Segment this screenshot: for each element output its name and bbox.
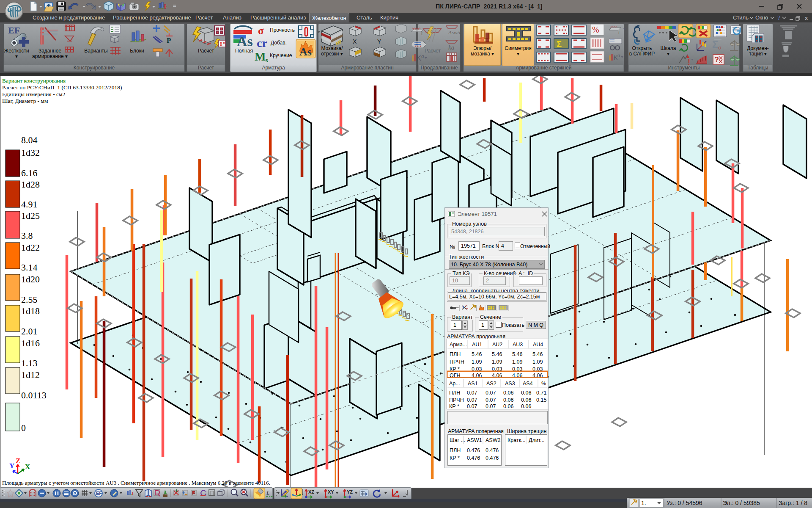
svg-text:0.07: 0.07 (486, 390, 496, 396)
svg-text:8.04: 8.04 (21, 135, 38, 145)
svg-text:YZ: YZ (347, 489, 353, 494)
svg-text:0.07: 0.07 (467, 390, 477, 396)
svg-text:Загр.: 1 / 8: Загр.: 1 / 8 (779, 500, 807, 506)
svg-text:1d12: 1d12 (21, 370, 40, 380)
svg-text:%: % (592, 25, 599, 34)
svg-text:4.91: 4.91 (21, 199, 38, 210)
svg-text:ОГН: ОГН (450, 373, 461, 378)
svg-text:1.13: 1.13 (21, 358, 38, 368)
svg-text:1.: 1. (641, 500, 646, 506)
svg-text:Кратк...: Кратк... (508, 437, 526, 443)
svg-text:3.14: 3.14 (21, 262, 38, 273)
svg-text:0.06: 0.06 (521, 390, 531, 396)
svg-text:1.09: 1.09 (492, 359, 502, 365)
svg-text:2.01: 2.01 (21, 326, 38, 337)
svg-text:ПРЧН: ПРЧН (449, 397, 464, 403)
svg-text:AU4: AU4 (533, 342, 543, 348)
svg-text:Длит...: Длит... (529, 437, 545, 443)
svg-text:ka: ka (448, 44, 454, 51)
svg-text:1d22: 1d22 (21, 242, 40, 253)
svg-text:4.06: 4.06 (532, 373, 543, 378)
svg-text:AS2: AS2 (486, 381, 497, 387)
svg-text:0.06: 0.06 (503, 403, 513, 409)
svg-text:M: M (255, 50, 266, 63)
svg-text:5.46: 5.46 (492, 351, 502, 357)
svg-text:t: t (421, 30, 423, 36)
svg-text:1.09: 1.09 (472, 359, 482, 365)
svg-text:Уз.: 0 / 54596: Уз.: 0 / 54596 (667, 500, 702, 506)
svg-text:σ: σ (258, 25, 264, 36)
svg-text:EF: EF (96, 491, 102, 496)
svg-text:4.06: 4.06 (512, 373, 522, 378)
svg-text:?: ? (714, 55, 719, 64)
svg-text:2.55: 2.55 (21, 294, 38, 305)
svg-text:0.06: 0.06 (521, 397, 531, 403)
svg-text:σ: σ (421, 54, 424, 59)
svg-text:4.06: 4.06 (492, 373, 502, 378)
svg-text:5.46: 5.46 (532, 351, 543, 357)
svg-text:L: L (266, 490, 269, 496)
svg-text:AU3: AU3 (513, 342, 523, 348)
svg-text:КР *: КР * (450, 455, 460, 461)
svg-text:КР *: КР * (449, 403, 459, 409)
svg-text:As: As (299, 46, 312, 58)
svg-text:AU1: AU1 (472, 342, 482, 348)
svg-text:As: As (237, 33, 253, 49)
svg-text:1d25: 1d25 (21, 210, 40, 221)
svg-text:1d28: 1d28 (21, 179, 40, 190)
svg-text:K: K (417, 55, 421, 62)
svg-text:0: 0 (21, 422, 26, 433)
svg-text:0.15: 0.15 (536, 397, 546, 403)
svg-text:0.71: 0.71 (536, 390, 546, 396)
svg-text:X: X (25, 463, 30, 471)
svg-text:AS4: AS4 (523, 381, 533, 387)
svg-text:Σ: Σ (557, 39, 562, 49)
svg-text:AS1: AS1 (468, 381, 478, 387)
svg-text:t: t (618, 29, 620, 36)
svg-text:AS3: AS3 (505, 381, 515, 387)
svg-text:cr: cr (257, 36, 267, 50)
svg-text:XZ: XZ (308, 489, 314, 494)
svg-text:1d20: 1d20 (21, 274, 40, 284)
svg-text:0.06: 0.06 (521, 403, 531, 409)
svg-text:ПЛН: ПЛН (450, 447, 461, 453)
svg-text:Y: Y (9, 462, 14, 470)
svg-text:0.06: 0.06 (503, 397, 513, 403)
svg-text:0.0113: 0.0113 (21, 390, 47, 400)
svg-text:%: % (541, 381, 546, 387)
svg-text:Арма...: Арма... (450, 342, 467, 348)
svg-text:5.46: 5.46 (472, 351, 482, 357)
svg-text:4.06: 4.06 (472, 373, 482, 378)
svg-text:ПРЧН: ПРЧН (450, 359, 464, 365)
svg-text:0.476: 0.476 (467, 455, 480, 461)
svg-text:1.09: 1.09 (532, 359, 543, 365)
svg-text:Эл.: 0 / 59385: Эл.: 0 / 59385 (723, 500, 760, 506)
svg-text:0.476: 0.476 (467, 447, 480, 453)
svg-text:!: ! (688, 58, 690, 66)
svg-text:ПЛН: ПЛН (450, 351, 461, 357)
svg-text:ASW1: ASW1 (467, 437, 482, 443)
svg-text:0.07: 0.07 (467, 403, 477, 409)
svg-text:σ: σ (718, 44, 721, 51)
svg-text:ASW2: ASW2 (486, 437, 500, 443)
svg-text:0.07: 0.07 (486, 403, 496, 409)
svg-text:Ар...: Ар... (449, 381, 460, 387)
svg-text:XY: XY (328, 489, 334, 494)
svg-text:0.07: 0.07 (486, 397, 496, 403)
svg-text:5.46: 5.46 (512, 351, 522, 357)
svg-text:Σ: Σ (712, 39, 718, 50)
svg-text:Asw/u: Asw/u (448, 29, 462, 36)
svg-text:x: x (805, 15, 808, 21)
svg-text:AU2: AU2 (492, 342, 502, 348)
svg-text:6.16: 6.16 (21, 168, 38, 178)
svg-text:1.09: 1.09 (512, 359, 522, 365)
svg-text:0.07: 0.07 (467, 397, 477, 403)
svg-text:1d16: 1d16 (21, 338, 40, 348)
svg-text:ПЛН: ПЛН (449, 390, 460, 396)
svg-text:Шаг ...: Шаг ... (450, 437, 465, 443)
svg-text:X: X (353, 38, 357, 45)
svg-text:0.476: 0.476 (486, 447, 499, 453)
svg-text:1d32: 1d32 (21, 147, 40, 158)
svg-text:Y: Y (377, 38, 381, 45)
svg-text:x: x (265, 56, 269, 64)
